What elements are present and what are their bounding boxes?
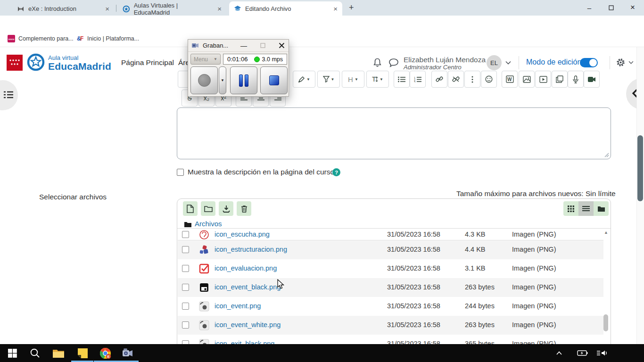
link-icon	[436, 76, 443, 82]
file-row[interactable]: icon_evaluacion.png 31/05/2023 16:58 3.1…	[178, 259, 603, 278]
description-textarea[interactable]	[177, 107, 611, 159]
file-link[interactable]: icon_escucha.png	[215, 230, 270, 238]
notifications-bell-icon[interactable]	[372, 58, 382, 68]
bullet-list-icon	[398, 76, 405, 82]
editor-word-import-button[interactable]: W	[502, 71, 518, 88]
row-checkbox[interactable]	[182, 284, 189, 291]
delete-button[interactable]	[237, 201, 251, 216]
nav-pagina-principal[interactable]: Página Principal	[121, 58, 174, 67]
stop-button[interactable]	[260, 66, 288, 94]
show-description-checkbox[interactable]	[177, 169, 184, 176]
breadcrumb-archivos[interactable]: Archivos	[195, 220, 222, 228]
taskbar-chrome[interactable]: E	[94, 344, 116, 362]
tab-editando-archivo[interactable]: Editando Archivo ×	[229, 1, 342, 16]
editor-record-video-button[interactable]	[584, 71, 600, 88]
file-row[interactable]: icon_estructuracion.png 31/05/2023 16:58…	[178, 240, 603, 259]
window-maximize-button[interactable]	[602, 0, 620, 15]
editor-record-audio-button[interactable]	[568, 71, 584, 88]
editor-numbered-list-button[interactable]: 123	[410, 71, 426, 88]
row-checkbox[interactable]	[182, 231, 189, 238]
recorder-menu-dropdown[interactable]: Menu ▼	[190, 54, 221, 65]
row-checkbox[interactable]	[182, 303, 189, 310]
window-close-button[interactable]: ×	[623, 0, 642, 15]
start-button[interactable]	[1, 344, 24, 362]
editor-media-button[interactable]	[535, 71, 551, 88]
settings-chevron-icon[interactable]	[628, 61, 634, 64]
editor-bullet-list-button[interactable]	[394, 71, 410, 88]
editor-unlink-button[interactable]	[448, 71, 464, 88]
taskbar-sticky-notes[interactable]	[71, 344, 94, 362]
course-index-drawer-toggle[interactable]	[0, 80, 18, 110]
file-link[interactable]: icon_event.png	[215, 302, 261, 310]
record-options-dropdown[interactable]: ▼	[219, 66, 226, 94]
filelist-scroll-up-icon[interactable]: ▲	[604, 230, 608, 235]
page-scrollbar-thumb[interactable]	[637, 135, 643, 201]
editor-filter-button[interactable]: ▼	[317, 71, 340, 88]
search-icon	[30, 348, 40, 358]
file-row[interactable]: icon_event_black.png 31/05/2023 16:58 26…	[178, 278, 603, 297]
recorder-minimize-icon[interactable]: —	[240, 42, 247, 49]
pause-icon	[239, 74, 243, 87]
view-tree-button[interactable]	[594, 201, 609, 216]
svg-text:E: E	[107, 354, 109, 358]
messages-icon[interactable]	[388, 58, 399, 67]
user-avatar[interactable]: EL	[487, 55, 502, 70]
recorder-titlebar[interactable]: Graban... —	[188, 40, 289, 52]
tray-show-hidden-icons[interactable]	[551, 344, 568, 362]
view-grid-button[interactable]	[563, 201, 578, 216]
windows-taskbar: E 16:58 31/05/2023	[0, 344, 644, 362]
tray-battery-icon[interactable]	[573, 344, 591, 362]
file-row[interactable]: icon_event_white.png 31/05/2023 16:58 26…	[178, 316, 603, 335]
editor-image-button[interactable]	[519, 71, 535, 88]
bookmark-complemento[interactable]: www Complemento para...	[8, 35, 74, 42]
tab-title: Aulas Virtuales | EducaMadrid	[134, 2, 214, 16]
taskbar-recorder-app[interactable]	[116, 344, 139, 362]
editor-fontsize-button[interactable]: T▼	[366, 71, 389, 88]
file-row[interactable]: icon_event.png 31/05/2023 16:58 244 byte…	[178, 297, 603, 316]
record-button[interactable]	[190, 66, 218, 94]
tab-exe[interactable]: eXe : Introduction ×	[12, 2, 114, 16]
user-menu-chevron-icon[interactable]	[505, 61, 511, 65]
bookmark-inicio-plataforma[interactable]: &F Inicio | Plataforma...	[76, 35, 139, 42]
file-link[interactable]: icon_event_black.png	[215, 283, 281, 291]
recorder-close-icon[interactable]	[279, 42, 285, 49]
taskbar-file-explorer[interactable]	[47, 344, 70, 362]
filelist-scrollbar-thumb[interactable]	[603, 314, 608, 331]
settings-gear-icon[interactable]	[616, 58, 626, 67]
tab-close-icon[interactable]: ×	[105, 5, 109, 13]
editor-link-button[interactable]	[431, 71, 447, 88]
row-checkbox[interactable]	[182, 321, 189, 329]
tray-volume-icon[interactable]	[593, 344, 611, 362]
editor-heading-button[interactable]: H▼	[342, 71, 364, 88]
file-thumb-event	[199, 301, 209, 312]
editor-emoji-button[interactable]	[481, 71, 497, 88]
editor-format-button[interactable]: ▼	[293, 71, 315, 88]
edit-mode-toggle[interactable]	[580, 58, 598, 67]
create-folder-button[interactable]	[201, 201, 215, 216]
browser-toolbar: ↻ aulavirtual3.educa.madrid.org/ctif.mad…	[0, 16, 644, 33]
view-list-button[interactable]	[578, 201, 594, 216]
screen-recorder-window[interactable]: Graban... — Menu ▼ 0:01:06 3.0 mps ▼	[188, 39, 289, 97]
editor-manage-files-button[interactable]	[552, 71, 568, 88]
help-icon[interactable]: ?	[332, 168, 340, 176]
resize-handle-icon[interactable]	[603, 152, 609, 157]
tab-close-icon[interactable]: ×	[333, 5, 338, 13]
file-link[interactable]: icon_event_white.png	[215, 321, 281, 329]
add-file-button[interactable]	[183, 201, 198, 216]
tab-aulas-virtuales[interactable]: Aulas Virtuales | EducaMadrid ×	[118, 2, 226, 16]
tab-close-icon[interactable]: ×	[217, 5, 222, 13]
row-checkbox[interactable]	[182, 246, 189, 253]
editor-hidden-button[interactable]	[178, 71, 188, 88]
new-tab-button[interactable]: +	[349, 3, 354, 13]
pause-button[interactable]	[230, 66, 257, 94]
taskbar-search-button[interactable]	[24, 344, 46, 362]
window-minimize-button[interactable]: –	[580, 0, 599, 15]
bookmark-favicon: &F	[76, 35, 84, 42]
row-checkbox[interactable]	[182, 265, 189, 272]
file-link[interactable]: icon_estructuracion.png	[215, 246, 287, 253]
editor-more-button[interactable]	[464, 71, 480, 88]
file-link[interactable]: icon_evaluacion.png	[215, 264, 277, 272]
recorder-maximize-icon[interactable]	[260, 43, 265, 48]
file-row[interactable]: icon_escucha.png 31/05/2023 16:58 4.3 KB…	[178, 229, 603, 240]
download-all-button[interactable]	[219, 201, 233, 216]
